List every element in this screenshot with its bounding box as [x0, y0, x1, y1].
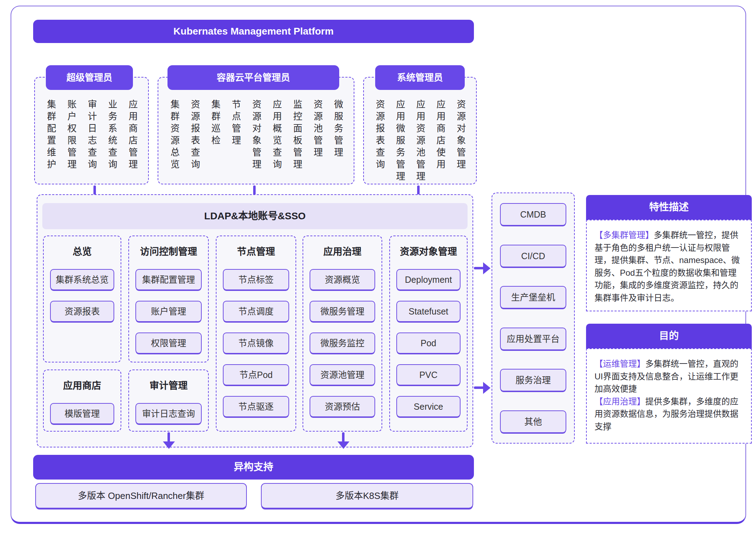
module-item: 节点调度: [223, 301, 289, 322]
purpose-panel-body: 【运维管理】多集群统一管控，直观的UI界面支持及信息整合，让运维工作更加高效便捷…: [586, 348, 752, 444]
module-item: PVC: [396, 364, 461, 385]
module-item: Deployment: [396, 269, 461, 290]
module-title: 总览: [44, 244, 121, 258]
arrow-right-icon: [474, 262, 490, 274]
module-item: 微服务管理: [310, 301, 375, 322]
module-title: 应用治理: [303, 244, 382, 258]
permission-column: 微服务管理: [333, 99, 342, 159]
module-app-governance: 应用治理 资源概览 微服务管理 微服务监控 资源池管理 资源预估: [303, 236, 382, 432]
integration-item: 其他: [500, 410, 566, 433]
permission-column: 业务系统查询: [107, 99, 116, 171]
module-item: 集群配置管理: [135, 269, 202, 290]
feature-panel-body: 【多集群管理】多集群统一管控，提供基于角色的多租户统一认证与权限管理，提供集群、…: [586, 220, 752, 311]
module-item: 资源报表: [50, 301, 114, 322]
feature-text: 多集群统一管控，提供基于角色的多租户统一认证与权限管理，提供集群、节点、name…: [595, 230, 740, 303]
integration-column: CMDB CI/CD 生产堡垒机 应用处置平台 服务治理 其他: [492, 193, 575, 444]
auth-bar: LDAP&本地账号&SSO: [42, 203, 468, 229]
module-title: 资源对象管理: [390, 244, 467, 258]
module-item: Statefuset: [396, 301, 461, 322]
role-header-container-cloud-admin: 容器云平台管理员: [167, 65, 339, 90]
module-resource-objects: 资源对象管理 Deployment Statefuset Pod PVC Ser…: [389, 236, 468, 432]
module-item: 审计日志查询: [135, 403, 202, 424]
module-item: 账户管理: [135, 301, 202, 322]
cluster-box-openshift-rancher: 多版本 OpenShift/Rancher集群: [35, 483, 247, 508]
module-item: Service: [396, 396, 461, 417]
module-node-management: 节点管理 节点标签 节点调度 节点镜像 节点Pod 节点驱逐: [216, 236, 296, 432]
permission-column: 应用商店使用: [435, 99, 445, 171]
module-title: 审计管理: [129, 378, 208, 392]
role-header-super-admin: 超级管理员: [46, 65, 133, 90]
arrow-down-icon: [163, 432, 175, 449]
permission-column: 审计日志查询: [87, 99, 96, 171]
permission-column: 集群配置维护: [46, 99, 55, 171]
purpose-tag: 【应用治理】: [595, 397, 645, 406]
module-audit: 审计管理 审计日志查询: [128, 370, 209, 432]
module-item: 集群系统总览: [50, 269, 114, 290]
purpose-tag: 【运维管理】: [595, 359, 645, 368]
arrow-right-icon: [474, 382, 490, 394]
integration-item: 服务治理: [500, 369, 566, 391]
module-item: Pod: [396, 332, 461, 354]
permission-column: 集群资源总览: [170, 99, 179, 171]
role-box-super-admin: 集群配置维护 账户权限管理 审计日志查询 业务系统查询 应用商店管理: [34, 77, 149, 184]
permission-column: 应用概览查询: [272, 99, 281, 171]
role-header-system-admin: 系统管理员: [375, 65, 465, 90]
role-box-system-admin: 资源报表查询 应用微服务管理 应用资源池管理 应用商店使用 资源对象管理: [363, 77, 477, 184]
integration-item: CI/CD: [500, 245, 566, 267]
module-item: 节点镜像: [223, 332, 289, 354]
module-item: 节点Pod: [223, 364, 289, 385]
permission-column: 监控面板管理: [292, 99, 301, 171]
platform-title: Kubernates Management Platform: [173, 26, 334, 37]
permission-column: 应用商店管理: [128, 99, 137, 171]
permission-column: 资源报表查询: [375, 99, 384, 171]
module-title: 应用商店: [44, 378, 121, 392]
module-title: 访问控制管理: [129, 244, 208, 258]
module-title: 节点管理: [217, 244, 295, 258]
hetero-support-banner: 异构支持: [33, 455, 474, 480]
module-item: 节点标签: [223, 269, 289, 290]
diagram-frame: Kubernates Management Platform 集群配置维护 账户…: [11, 6, 746, 524]
module-item: 模版管理: [50, 403, 114, 424]
purpose-panel-header: 目的: [586, 324, 752, 348]
module-item: 资源池管理: [310, 364, 375, 385]
permission-column: 资源池管理: [313, 99, 322, 159]
integration-item: CMDB: [500, 203, 566, 226]
module-item: 节点驱逐: [223, 396, 289, 417]
module-app-store: 应用商店 模版管理: [43, 370, 121, 432]
module-item: 资源概览: [310, 269, 375, 290]
integration-item: 生产堡垒机: [500, 286, 566, 309]
permission-column: 应用资源池管理: [415, 99, 425, 183]
permission-column: 集群巡检: [211, 99, 220, 147]
permission-column: 资源对象管理: [456, 99, 465, 171]
permission-column: 资源对象管理: [251, 99, 261, 171]
role-box-container-cloud-admin: 集群资源总览 资源报表查询 集群巡检 节点管理 资源对象管理 应用概览查询 监控…: [158, 77, 354, 184]
cluster-box-k8s: 多版本K8S集群: [261, 483, 473, 508]
module-item: 微服务监控: [310, 332, 375, 354]
permission-column: 资源报表查询: [190, 99, 199, 171]
arrow-down-icon: [337, 432, 349, 449]
feature-panel-header: 特性描述: [586, 195, 752, 220]
permission-column: 账户权限管理: [67, 99, 76, 171]
module-item: 权限管理: [135, 332, 202, 354]
permission-column: 节点管理: [231, 99, 240, 147]
platform-title-banner: Kubernates Management Platform: [33, 20, 474, 43]
permission-column: 应用微服务管理: [395, 99, 404, 183]
integration-item: 应用处置平台: [500, 328, 566, 350]
module-item: 资源预估: [310, 396, 375, 417]
feature-tag: 【多集群管理】: [595, 230, 654, 240]
module-overview: 总览 集群系统总览 资源报表: [43, 236, 121, 362]
module-access-control: 访问控制管理 集群配置管理 账户管理 权限管理: [128, 236, 209, 362]
